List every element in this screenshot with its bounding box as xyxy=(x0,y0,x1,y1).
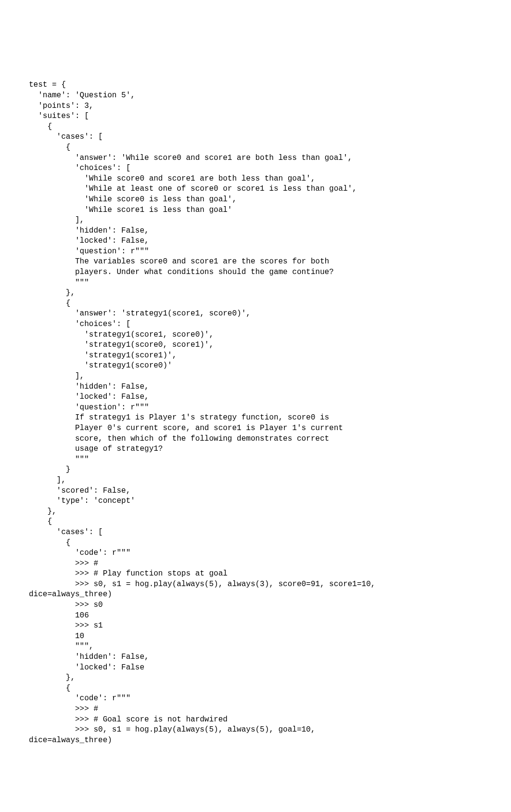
code-line: }, xyxy=(29,507,57,516)
code-line: >>> # Goal score is not hardwired xyxy=(29,715,228,724)
code-line: 'points': 3, xyxy=(29,102,93,110)
code-line: dice=always_three) xyxy=(29,736,112,745)
code-line: 'strategy1(score0, score1)', xyxy=(29,341,214,349)
code-line: 'strategy1(score1)', xyxy=(29,351,177,360)
code-line: { xyxy=(29,122,52,131)
code-line: 'While at least one of score0 or score1 … xyxy=(29,184,357,193)
code-line: 'answer': 'While score0 and score1 are b… xyxy=(29,154,352,162)
code-line: 'suites': [ xyxy=(29,112,89,120)
code-line: 'locked': False xyxy=(29,663,144,672)
code-line: 'cases': [ xyxy=(29,528,103,537)
code-line: >>> # xyxy=(29,705,98,713)
code-line: { xyxy=(29,684,70,693)
code-line: test = { xyxy=(29,80,66,89)
code-line: 106 xyxy=(29,611,89,620)
code-line: 'While score0 is less than goal', xyxy=(29,195,237,204)
code-content: test = { 'name': 'Question 5', 'points':… xyxy=(29,80,482,746)
code-line: 'While score0 and score1 are both less t… xyxy=(29,174,315,183)
code-line: 'question': r""" xyxy=(29,403,149,412)
code-line: ], xyxy=(29,476,66,485)
code-line: 'hidden': False, xyxy=(29,382,149,391)
code-line: 'name': 'Question 5', xyxy=(29,91,135,100)
code-line: """ xyxy=(29,278,89,287)
code-line: 'locked': False, xyxy=(29,236,149,245)
code-line: 'hidden': False, xyxy=(29,653,149,661)
code-line: players. Under what conditions should th… xyxy=(29,268,334,276)
code-line: }, xyxy=(29,673,75,682)
code-line: >>> s0, s1 = hog.play(always(5), always(… xyxy=(29,580,375,589)
code-line: 'locked': False, xyxy=(29,393,149,401)
code-line: 'code': r""" xyxy=(29,549,130,557)
code-line: """ xyxy=(29,455,89,464)
code-line: } xyxy=(29,465,70,474)
code-line: usage of strategy1? xyxy=(29,445,163,453)
code-line: 'cases': [ xyxy=(29,132,103,141)
code-line: 'question': r""" xyxy=(29,247,149,256)
code-line: 'strategy1(score1, score0)', xyxy=(29,330,214,339)
code-line: { xyxy=(29,517,52,526)
code-line: 'type': 'concept' xyxy=(29,497,135,505)
code-line: """, xyxy=(29,642,93,651)
code-line: >>> # xyxy=(29,559,98,568)
code-line: ], xyxy=(29,216,84,224)
code-line: 'scored': False, xyxy=(29,486,130,495)
code-line: ], xyxy=(29,372,84,380)
code-line: >>> # Play function stops at goal xyxy=(29,569,228,578)
code-line: 'choices': [ xyxy=(29,320,130,328)
code-line: >>> s0 xyxy=(29,601,103,609)
code-line: { xyxy=(29,143,70,152)
code-line: 'choices': [ xyxy=(29,164,130,172)
code-line: 'hidden': False, xyxy=(29,226,149,235)
code-line: { xyxy=(29,538,70,547)
code-line: score, then which of the following demon… xyxy=(29,434,329,443)
code-line: >>> s1 xyxy=(29,621,103,630)
code-line: If strategy1 is Player 1's strategy func… xyxy=(29,413,329,422)
code-line: dice=always_three) xyxy=(29,590,112,599)
code-line: }, xyxy=(29,288,75,297)
code-line: Player 0's current score, and score1 is … xyxy=(29,424,343,432)
code-line: The variables score0 and score1 are the … xyxy=(29,257,329,266)
code-line: 'While score1 is less than goal' xyxy=(29,206,232,214)
code-line: 'code': r""" xyxy=(29,694,130,703)
code-line: { xyxy=(29,299,70,308)
code-line: >>> s0, s1 = hog.play(always(5), always(… xyxy=(29,725,315,734)
code-line: 10 xyxy=(29,632,84,641)
code-line: 'strategy1(score0)' xyxy=(29,361,172,370)
code-line: 'answer': 'strategy1(score1, score0)', xyxy=(29,309,251,318)
